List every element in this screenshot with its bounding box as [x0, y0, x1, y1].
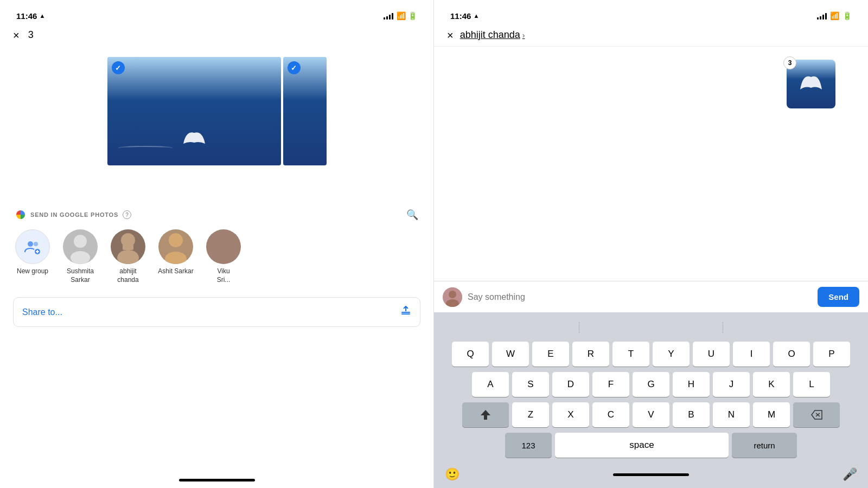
- key-k[interactable]: K: [753, 372, 790, 397]
- message-input-area: Send: [434, 281, 868, 312]
- svg-rect-13: [401, 313, 410, 314]
- right-nav-bar: × abhijit chanda ›: [434, 24, 868, 47]
- right-location-arrow: ▲: [473, 12, 479, 19]
- ashit-label: Ashit Sarkar: [158, 267, 193, 276]
- whale-photo-secondary: [283, 57, 327, 165]
- help-icon[interactable]: ?: [123, 210, 131, 219]
- user-avatar: [443, 287, 462, 307]
- close-button[interactable]: ×: [13, 30, 20, 41]
- google-photos-icon: [15, 209, 26, 220]
- right-time-text: 11:46: [450, 11, 471, 21]
- key-d[interactable]: D: [552, 372, 589, 397]
- key-n[interactable]: N: [713, 402, 750, 427]
- key-x[interactable]: X: [552, 402, 589, 427]
- key-g[interactable]: G: [633, 372, 669, 397]
- contact-abhijit[interactable]: abhijitchanda: [108, 229, 148, 284]
- share-to-bar[interactable]: Share to...: [13, 297, 420, 327]
- key-u[interactable]: U: [693, 342, 730, 367]
- key-t[interactable]: T: [612, 342, 649, 367]
- left-nav-bar: × 3: [0, 24, 433, 46]
- home-indicator: [179, 479, 255, 481]
- abhijit-avatar: [111, 229, 145, 264]
- keyboard-row-2: A S D F G H J K L: [436, 372, 866, 397]
- secondary-photo-thumb[interactable]: [283, 57, 327, 165]
- key-o[interactable]: O: [773, 342, 810, 367]
- left-status-icons: 📶 🔋: [384, 11, 417, 20]
- user-avatar-image: [443, 287, 462, 307]
- main-photo-thumb[interactable]: [107, 57, 281, 165]
- right-status-bar: 11:46 ▲ 📶 🔋: [434, 0, 868, 24]
- contact-name-text: abhijit chanda: [460, 29, 520, 41]
- key-c[interactable]: C: [592, 402, 629, 427]
- key-e[interactable]: E: [532, 342, 569, 367]
- ashit-avatar: [158, 229, 193, 264]
- dictation-icon[interactable]: 🎤: [843, 467, 857, 481]
- viku-label: VikuSri...: [217, 267, 231, 284]
- key-z[interactable]: Z: [512, 402, 549, 427]
- key-v[interactable]: V: [633, 402, 669, 427]
- key-f[interactable]: F: [592, 372, 629, 397]
- abhijit-label: abhijitchanda: [117, 267, 138, 284]
- emoji-icon[interactable]: 🙂: [445, 467, 459, 481]
- contact-viku[interactable]: VikuSri...: [204, 229, 243, 284]
- chat-area: 3: [434, 47, 868, 281]
- left-time: 11:46 ▲: [16, 11, 45, 21]
- suggestion-divider-2: [723, 322, 723, 333]
- whale-tail-svg: [178, 122, 210, 149]
- send-button[interactable]: Send: [818, 287, 859, 307]
- keyboard: Q W E R T Y U I O P A S D F G H J K L: [434, 312, 868, 488]
- left-time-text: 11:46: [16, 11, 37, 21]
- keyboard-suggestion-bar: [436, 317, 866, 338]
- key-w[interactable]: W: [492, 342, 529, 367]
- new-group-label: New group: [17, 267, 48, 276]
- contacts-row: New group SushmitaSarkar: [13, 227, 420, 288]
- wifi-icon: 📶: [397, 11, 406, 20]
- key-s[interactable]: S: [512, 372, 549, 397]
- svg-point-10: [169, 233, 183, 247]
- share-to-label: Share to...: [22, 307, 62, 317]
- key-y[interactable]: Y: [653, 342, 690, 367]
- svg-marker-17: [481, 410, 490, 420]
- check-badge-main: [112, 61, 125, 74]
- right-time: 11:46 ▲: [450, 11, 479, 21]
- svg-point-11: [165, 252, 187, 264]
- share-button-icon[interactable]: [400, 305, 411, 319]
- message-input[interactable]: [468, 292, 812, 302]
- numbers-key[interactable]: 123: [505, 433, 552, 458]
- right-close-button[interactable]: ×: [447, 30, 454, 41]
- backspace-icon: [810, 410, 822, 420]
- selection-count: 3: [28, 29, 34, 41]
- key-m[interactable]: M: [753, 402, 790, 427]
- photo-preview-bubble: 3: [787, 60, 835, 108]
- return-key[interactable]: return: [732, 433, 797, 458]
- key-i[interactable]: I: [733, 342, 770, 367]
- search-icon[interactable]: 🔍: [406, 209, 418, 221]
- svg-point-5: [74, 235, 87, 248]
- add-group-icon: [24, 238, 41, 255]
- person-silhouette-icon: [63, 229, 98, 264]
- key-b[interactable]: B: [673, 402, 710, 427]
- left-panel: 11:46 ▲ 📶 🔋 × 3: [0, 0, 434, 488]
- space-key[interactable]: space: [555, 433, 729, 458]
- key-a[interactable]: A: [472, 372, 509, 397]
- key-q[interactable]: Q: [452, 342, 489, 367]
- shift-key[interactable]: [462, 402, 509, 427]
- backspace-key[interactable]: [793, 402, 840, 427]
- svg-point-8: [117, 250, 139, 264]
- check-badge-secondary: [288, 61, 301, 74]
- contact-new-group[interactable]: New group: [13, 229, 52, 284]
- contact-name-link[interactable]: abhijit chanda ›: [460, 29, 525, 41]
- key-l[interactable]: L: [793, 372, 830, 397]
- key-p[interactable]: P: [813, 342, 850, 367]
- contact-sushmita[interactable]: SushmitaSarkar: [61, 229, 100, 284]
- right-battery-icon: 🔋: [843, 11, 852, 20]
- photo-preview-container: 3: [787, 60, 835, 108]
- svg-point-15: [449, 291, 456, 298]
- key-j[interactable]: J: [713, 372, 750, 397]
- key-h[interactable]: H: [673, 372, 710, 397]
- viku-avatar: [206, 229, 241, 264]
- right-status-icons: 📶 🔋: [817, 11, 852, 20]
- keyboard-row-3: Z X C V B N M: [436, 402, 866, 427]
- contact-ashit[interactable]: Ashit Sarkar: [156, 229, 195, 284]
- key-r[interactable]: R: [572, 342, 609, 367]
